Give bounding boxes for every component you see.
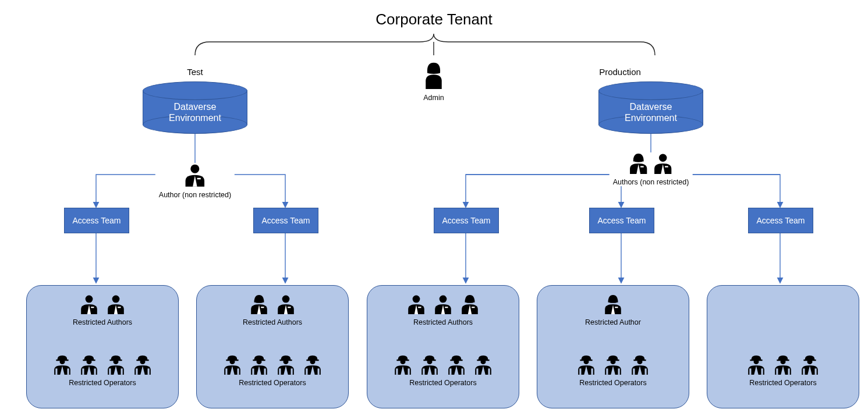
restricted-operators-label: Restricted Operators xyxy=(537,379,689,387)
operator-icon xyxy=(603,354,623,376)
access-team-box: Access Team xyxy=(748,208,813,233)
test-cylinder: Dataverse Environment xyxy=(143,81,247,134)
operator-icon xyxy=(79,354,99,376)
person-icon xyxy=(603,294,623,316)
production-cylinder-label: Dataverse Environment xyxy=(598,101,703,123)
test-author-label: Author (non restricted) xyxy=(159,191,231,199)
test-cylinder-label: Dataverse Environment xyxy=(143,101,247,123)
operator-icon xyxy=(447,354,466,376)
restricted-authors-label: Restricted Authors xyxy=(27,318,178,326)
operator-icon xyxy=(133,354,153,376)
test-heading: Test xyxy=(187,67,203,77)
restricted-operators-label: Restricted Operators xyxy=(367,379,519,387)
production-authors-block: Authors (non restricted) xyxy=(610,152,693,186)
restricted-authors-label: Restricted Author xyxy=(537,318,689,326)
production-heading: Production xyxy=(599,67,641,77)
team-group-box: Restricted Authors Restricted Operators xyxy=(196,285,349,408)
person-icon xyxy=(106,294,126,316)
access-team-box: Access Team xyxy=(64,208,129,233)
admin-label: Admin xyxy=(421,94,447,102)
operator-icon xyxy=(473,354,493,376)
person-icon xyxy=(653,152,674,176)
access-team-label: Access Team xyxy=(757,216,805,225)
person-icon xyxy=(433,294,453,316)
production-authors-label: Authors (non restricted) xyxy=(613,178,689,186)
access-team-label: Access Team xyxy=(598,216,646,225)
production-cylinder: Dataverse Environment xyxy=(598,81,703,134)
operator-icon xyxy=(222,354,242,376)
access-team-label: Access Team xyxy=(73,216,121,225)
operator-icon xyxy=(276,354,296,376)
operator-icon xyxy=(773,354,793,376)
person-icon xyxy=(249,294,269,316)
access-team-label: Access Team xyxy=(442,216,491,225)
operator-icon xyxy=(303,354,323,376)
admin-person-icon xyxy=(421,61,447,91)
operator-icon xyxy=(420,354,440,376)
operator-icon xyxy=(52,354,72,376)
access-team-label: Access Team xyxy=(262,216,310,225)
operator-icon xyxy=(800,354,820,376)
person-icon xyxy=(628,152,649,176)
diagram-title: Corporate Tenant xyxy=(0,10,868,29)
restricted-operators-label: Restricted Operators xyxy=(27,379,178,387)
operator-icon xyxy=(393,354,413,376)
operator-icon xyxy=(576,354,596,376)
person-icon xyxy=(79,294,99,316)
person-icon xyxy=(276,294,296,316)
person-icon xyxy=(406,294,426,316)
access-team-box: Access Team xyxy=(589,208,654,233)
restricted-authors-label: Restricted Authors xyxy=(197,318,348,326)
operator-icon xyxy=(249,354,269,376)
admin-block: Admin xyxy=(421,61,447,102)
restricted-operators-label: Restricted Operators xyxy=(707,379,859,387)
operator-icon xyxy=(746,354,766,376)
access-team-box: Access Team xyxy=(434,208,499,233)
team-group-box: Restricted Authors Restricted Operators xyxy=(367,285,519,408)
team-group-box: Restricted Operators xyxy=(707,285,859,408)
restricted-authors-label: Restricted Authors xyxy=(367,318,519,326)
test-author-block: Author (non restricted) xyxy=(155,163,235,199)
restricted-operators-label: Restricted Operators xyxy=(197,379,348,387)
operator-icon xyxy=(630,354,650,376)
person-icon xyxy=(183,163,207,189)
team-group-box: Restricted Authors Restricted Operators xyxy=(26,285,179,408)
person-icon xyxy=(460,294,480,316)
operator-icon xyxy=(106,354,126,376)
team-group-box: Restricted Author Restricted Operators xyxy=(537,285,689,408)
access-team-box: Access Team xyxy=(253,208,318,233)
